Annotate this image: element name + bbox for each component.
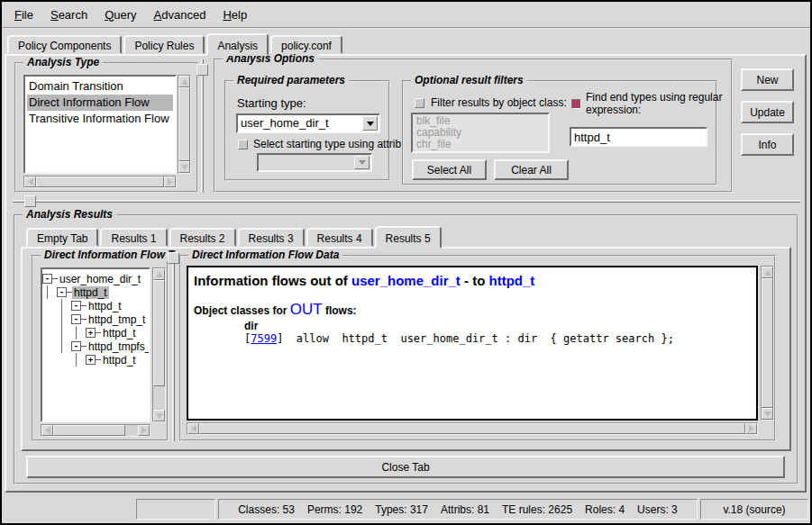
analysis-type-hscrollbar[interactable] bbox=[23, 176, 177, 188]
tab-results-1[interactable]: Results 1 bbox=[100, 228, 167, 247]
results-tab-bar: Empty Tab Results 1 Results 2 Results 3 … bbox=[26, 226, 443, 247]
optional-result-filters-group: Optional result filters Filter results b… bbox=[402, 80, 717, 186]
flow-subhead: Object classes for OUT flows: bbox=[194, 301, 756, 319]
regex-input[interactable] bbox=[570, 127, 707, 147]
tab-policy-conf[interactable]: policy.conf bbox=[270, 35, 342, 54]
tree-node-label[interactable]: user_home_dir_t bbox=[58, 273, 142, 285]
tree-node-label[interactable]: httpd_tmpfs_t bbox=[87, 340, 151, 353]
scroll-up-icon[interactable] bbox=[178, 76, 190, 87]
tree-node[interactable]: + httpd_t bbox=[42, 353, 149, 367]
scroll-thumb[interactable] bbox=[36, 177, 164, 187]
expand-icon[interactable]: + bbox=[86, 328, 96, 338]
attrib-checkbox[interactable] bbox=[238, 140, 248, 149]
tab-results-4[interactable]: Results 4 bbox=[306, 228, 373, 247]
tree-node-label[interactable]: httpd_t bbox=[101, 354, 138, 367]
attrib-checkbox-label: Select starting type using attrib: bbox=[253, 138, 404, 150]
scroll-left-icon[interactable] bbox=[41, 425, 53, 436]
flow-tree-group: Direct Information Flow T - user_home_di… bbox=[32, 255, 169, 441]
stat-roles: Roles: 4 bbox=[585, 503, 625, 516]
tree-node[interactable]: - httpd_t bbox=[42, 299, 149, 312]
tab-results-5[interactable]: Results 5 bbox=[375, 226, 442, 249]
required-parameters-group: Required parameters Starting type: user_… bbox=[224, 80, 390, 181]
scroll-up-icon[interactable] bbox=[762, 267, 773, 278]
collapse-icon[interactable]: - bbox=[71, 341, 81, 351]
tab-policy-components[interactable]: Policy Components bbox=[7, 35, 122, 54]
scroll-thumb[interactable] bbox=[153, 280, 165, 386]
list-item-direct-information-flow[interactable]: Direct Information Flow bbox=[27, 95, 173, 111]
new-button[interactable]: New bbox=[741, 68, 794, 91]
rule-id-link[interactable]: 7599 bbox=[251, 332, 277, 345]
main-tab-bar: Policy Components Policy Rules Analysis … bbox=[7, 33, 344, 54]
tab-results-2[interactable]: Results 2 bbox=[169, 228, 236, 247]
menu-file[interactable]: File bbox=[10, 5, 38, 24]
collapse-icon[interactable]: - bbox=[71, 301, 81, 311]
scroll-right-icon[interactable] bbox=[745, 423, 757, 434]
scroll-up-icon[interactable] bbox=[153, 268, 165, 280]
update-button[interactable]: Update bbox=[741, 101, 794, 123]
list-item-domain-transition[interactable]: Domain Transition bbox=[27, 78, 173, 95]
menu-query[interactable]: Query bbox=[100, 5, 141, 24]
scroll-thumb[interactable] bbox=[178, 87, 190, 161]
starting-type-combobox[interactable]: user_home_dir_t bbox=[236, 113, 380, 133]
top-pane-sash[interactable] bbox=[201, 59, 204, 193]
menu-search[interactable]: Search bbox=[46, 5, 92, 24]
tab-results-3[interactable]: Results 3 bbox=[238, 228, 305, 247]
optional-result-filters-title: Optional result filters bbox=[411, 74, 527, 86]
tree-node-label[interactable]: httpd_tmp_t bbox=[87, 313, 147, 326]
menu-advanced[interactable]: Advanced bbox=[150, 5, 211, 24]
data-hscrollbar[interactable] bbox=[187, 422, 758, 435]
tree-node-label[interactable]: httpd_t bbox=[72, 286, 109, 299]
results-pane-sash-handle[interactable] bbox=[24, 195, 36, 207]
select-all-button[interactable]: Select All bbox=[412, 159, 487, 180]
clear-all-button[interactable]: Clear All bbox=[494, 159, 569, 180]
scroll-thumb[interactable] bbox=[199, 423, 745, 434]
scroll-left-icon[interactable] bbox=[187, 423, 199, 434]
filter-object-class-checkbox[interactable] bbox=[415, 98, 424, 108]
results-pane-sash[interactable] bbox=[13, 200, 800, 203]
menu-help[interactable]: Help bbox=[218, 5, 251, 24]
tree-node[interactable]: - httpd_t bbox=[42, 285, 149, 299]
tree-vscrollbar[interactable] bbox=[152, 267, 166, 422]
tree-data-sash[interactable] bbox=[172, 252, 175, 441]
tree-node-label[interactable]: httpd_t bbox=[87, 300, 123, 312]
scroll-down-icon[interactable] bbox=[178, 161, 190, 173]
scroll-thumb[interactable] bbox=[762, 278, 773, 408]
scroll-down-icon[interactable] bbox=[762, 408, 773, 420]
tree-node-label[interactable]: httpd_t bbox=[101, 327, 138, 339]
filter-object-class-label: Filter results by object class: bbox=[431, 96, 567, 109]
close-tab-button[interactable]: Close Tab bbox=[26, 456, 785, 478]
tree-node[interactable]: - httpd_tmpfs_t bbox=[42, 339, 149, 353]
collapse-icon[interactable]: - bbox=[57, 287, 67, 297]
list-item-transitive-information-flow[interactable]: Transitive Information Flow bbox=[27, 111, 173, 127]
scroll-down-icon[interactable] bbox=[153, 410, 165, 421]
scroll-left-icon[interactable] bbox=[24, 177, 36, 187]
tree-hscrollbar[interactable] bbox=[41, 424, 151, 437]
collapse-icon[interactable]: - bbox=[71, 314, 81, 324]
tab-policy-rules[interactable]: Policy Rules bbox=[123, 35, 205, 54]
regex-checkbox[interactable] bbox=[571, 99, 581, 109]
flow-tree: - user_home_dir_t - httpd_t - httpd_t bbox=[41, 267, 151, 422]
tree-data-sash-handle[interactable] bbox=[168, 252, 179, 264]
analysis-options-group: Analysis Options Required parameters Sta… bbox=[214, 59, 733, 193]
tree-node[interactable]: - httpd_tmp_t bbox=[42, 312, 149, 326]
policy-stats: Classes: 53 Perms: 192 Types: 317 Attrib… bbox=[218, 499, 698, 520]
tab-analysis[interactable]: Analysis bbox=[206, 33, 269, 56]
flow-data-title: Direct Information Flow Data bbox=[188, 249, 342, 261]
info-button[interactable]: Info bbox=[741, 133, 794, 156]
object-class-listbox: blk_file capability chr_file bbox=[411, 113, 550, 153]
tree-node[interactable]: - user_home_dir_t bbox=[42, 272, 149, 285]
tab-empty-tab[interactable]: Empty Tab bbox=[26, 228, 98, 247]
analysis-type-vscrollbar[interactable] bbox=[178, 75, 191, 174]
attrib-combobox bbox=[257, 153, 372, 172]
tree-node[interactable]: + httpd_t bbox=[42, 326, 149, 339]
top-pane-sash-handle[interactable] bbox=[196, 64, 208, 76]
scroll-right-icon[interactable] bbox=[164, 177, 176, 187]
status-bar: Classes: 53 Perms: 192 Types: 317 Attrib… bbox=[3, 497, 809, 522]
expand-icon[interactable]: + bbox=[86, 355, 96, 365]
stat-types: Types: 317 bbox=[375, 503, 428, 516]
collapse-icon[interactable]: - bbox=[42, 274, 52, 284]
data-vscrollbar[interactable] bbox=[761, 266, 774, 421]
chevron-down-icon[interactable] bbox=[362, 116, 378, 131]
scroll-right-icon[interactable] bbox=[138, 425, 150, 436]
scroll-thumb[interactable] bbox=[53, 425, 125, 436]
